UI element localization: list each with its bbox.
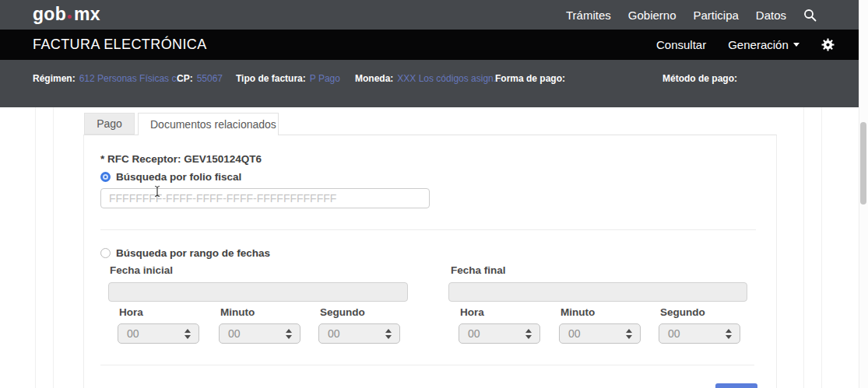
radio-unselected-icon[interactable] (100, 248, 111, 258)
info-moneda-label: Moneda: (355, 73, 393, 84)
info-regimen-value[interactable]: 612 Personas Físicas c... (79, 73, 184, 84)
page-container-edge-right-outer (821, 107, 822, 388)
app-navigation: Consultar Generación (656, 30, 835, 60)
hora-inicial-label: Hora (119, 306, 143, 318)
page-title: FACTURA ELECTRÓNICA (33, 37, 207, 53)
top-navigation: Trámites Gobierno Participa Datos (566, 0, 817, 30)
radio-selected-icon[interactable] (100, 172, 111, 182)
folio-fiscal-input[interactable] (100, 188, 430, 208)
tab-content-panel: * RFC Receptor: GEV150124QT6 Búsqueda po… (83, 135, 777, 388)
search-icon[interactable] (803, 9, 817, 22)
info-tipo-factura-value[interactable]: P Pago (310, 73, 340, 84)
segundo-inicial-label: Segundo (320, 306, 365, 318)
page-container-edge-right-inner (803, 107, 804, 388)
stepper-arrows-icon[interactable] (286, 329, 292, 339)
gobmx-header-bar: gobmx Trámites Gobierno Participa Datos (0, 0, 859, 30)
info-moneda: Moneda:XXX Los códigos asign... (355, 73, 501, 84)
fecha-inicial-input[interactable] (108, 282, 408, 302)
stepper-arrows-icon[interactable] (385, 329, 392, 339)
app-header-bar: FACTURA ELECTRÓNICA Consultar Generación (0, 30, 859, 60)
fecha-inicial-label: Fecha inicial (110, 264, 173, 276)
text-cursor (153, 185, 161, 201)
nav-participa[interactable]: Participa (694, 9, 739, 22)
segundo-inicial-stepper[interactable]: 00 (318, 323, 400, 344)
info-cp-label: CP: (177, 73, 193, 84)
minuto-final-value: 00 (560, 327, 626, 340)
info-tipo-factura: Tipo de factura:P Pago (236, 73, 340, 84)
nav-gobierno[interactable]: Gobierno (628, 9, 676, 22)
nav-tramites[interactable]: Trámites (566, 9, 611, 22)
hora-final-stepper[interactable]: 00 (459, 323, 540, 344)
logo-text-mx: mx (74, 4, 100, 24)
menu-generacion-label: Generación (728, 38, 789, 51)
minuto-final-label: Minuto (561, 306, 595, 318)
info-regimen-label: Régimen: (33, 73, 76, 84)
stepper-arrows-icon[interactable] (525, 329, 532, 339)
stepper-arrows-icon[interactable] (726, 329, 732, 339)
radio-rango-label: Búsqueda por rango de fechas (116, 247, 270, 259)
nav-datos[interactable]: Datos (756, 9, 786, 22)
logo-dot (68, 15, 72, 19)
info-cp: CP:55067 (177, 73, 223, 84)
info-tipo-factura-label: Tipo de factura: (236, 73, 306, 84)
info-forma-pago: Forma de pago: (495, 73, 569, 84)
gobmx-logo[interactable]: gobmx (33, 4, 100, 25)
info-moneda-value[interactable]: XXX Los códigos asign... (397, 73, 501, 84)
stepper-arrows-icon[interactable] (626, 329, 632, 339)
radio-folio-label: Búsqueda por folio fiscal (116, 171, 241, 183)
info-cp-value[interactable]: 55067 (197, 73, 223, 84)
primary-action-button[interactable] (715, 383, 757, 388)
rfc-receptor-text: * RFC Receptor: GEV150124QT6 (100, 153, 262, 165)
fecha-final-input[interactable] (448, 282, 747, 302)
minuto-inicial-stepper[interactable]: 00 (219, 323, 300, 344)
hora-inicial-value: 00 (118, 327, 184, 340)
segundo-inicial-value: 00 (319, 327, 385, 340)
hora-inicial-stepper[interactable]: 00 (118, 323, 199, 344)
segundo-final-value: 00 (659, 327, 726, 340)
menu-generacion[interactable]: Generación (728, 38, 799, 51)
info-metodo-pago-label: Método de pago: (662, 73, 737, 84)
invoice-info-bar: Régimen:612 Personas Físicas c... CP:550… (0, 60, 859, 107)
info-metodo-pago: Método de pago: (662, 73, 741, 84)
tab-documentos-relacionados[interactable]: Documentos relacionados (138, 113, 279, 135)
logo-text-gob: gob (33, 4, 66, 24)
minuto-final-stepper[interactable]: 00 (559, 323, 641, 344)
fecha-final-label: Fecha final (451, 264, 506, 276)
menu-consultar[interactable]: Consultar (656, 38, 706, 51)
page-container-edge-left-outer (35, 107, 36, 388)
section-divider (100, 365, 754, 365)
minuto-inicial-value: 00 (220, 327, 286, 340)
hora-final-value: 00 (459, 327, 525, 340)
stepper-arrows-icon[interactable] (184, 329, 191, 339)
radio-option-rango-fechas[interactable]: Búsqueda por rango de fechas (100, 247, 270, 259)
segundo-final-stepper[interactable]: 00 (659, 323, 740, 344)
gear-icon[interactable] (821, 38, 835, 51)
info-regimen: Régimen:612 Personas Físicas c... (33, 73, 184, 84)
hora-final-label: Hora (460, 306, 484, 318)
segundo-final-label: Segundo (660, 306, 705, 318)
info-forma-pago-label: Forma de pago: (495, 73, 565, 84)
page-container-edge-left-inner (53, 107, 54, 388)
tab-pago[interactable]: Pago (84, 113, 135, 135)
chevron-down-icon (793, 43, 799, 47)
minuto-inicial-label: Minuto (220, 306, 255, 318)
radio-option-folio-fiscal[interactable]: Búsqueda por folio fiscal (100, 171, 241, 183)
scrollbar-thumb[interactable] (860, 122, 866, 204)
section-divider (100, 229, 756, 230)
